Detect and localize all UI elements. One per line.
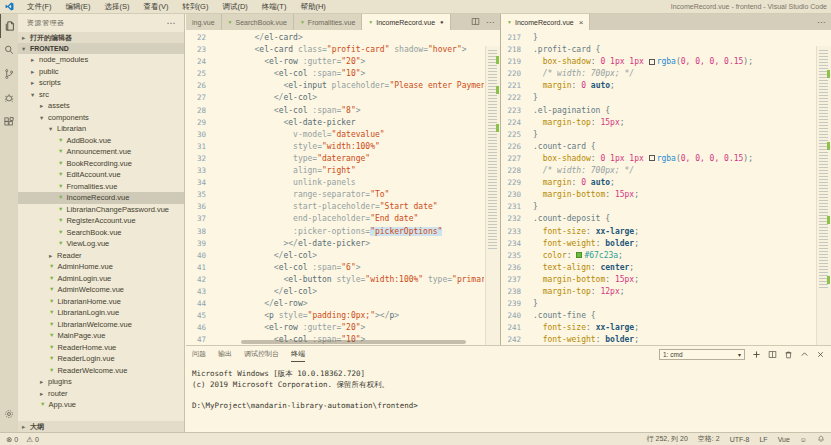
modified-dot-icon[interactable]: ● [440, 19, 444, 25]
new-terminal-icon[interactable] [752, 350, 761, 359]
tree-item-public[interactable]: ▸public [18, 66, 184, 78]
indent-setting[interactable]: 空格: 2 [698, 434, 720, 444]
tab-Fromalities.vue[interactable]: ▼Fromalities.vue [294, 14, 362, 30]
vue-file-icon: ▼ [507, 19, 512, 25]
tree-item-ReaderWelcome.vue[interactable]: ▼ReaderWelcome.vue [18, 365, 184, 377]
menu-item[interactable]: 终端(T) [255, 0, 294, 14]
tree-item-label: node_modules [39, 54, 88, 66]
code-editor-right[interactable]: 2172182192202212222232242252262272282292… [501, 30, 831, 345]
minimap[interactable] [485, 46, 500, 345]
tree-item-scripts[interactable]: ▸scripts [18, 77, 184, 89]
menu-item[interactable]: 查看(V) [137, 0, 176, 14]
extensions-icon[interactable] [0, 110, 18, 134]
tree-item-LibrarianHome.vue[interactable]: ▼LibrarianHome.vue [18, 296, 184, 308]
panel-tab-调试控制台[interactable]: 调试控制台 [244, 346, 279, 362]
tree-item-AdminLogin.vue[interactable]: ▼AdminLogin.vue [18, 273, 184, 285]
more-actions-icon[interactable]: ⋯ [814, 18, 828, 27]
tab-label: ing.vue [192, 19, 215, 26]
maximize-panel-icon[interactable] [800, 350, 809, 359]
tab-SearchBook.vue[interactable]: ▼SearchBook.vue [222, 14, 294, 30]
tree-item-Fromalities.vue[interactable]: ▼Fromalities.vue [18, 181, 184, 193]
settings-gear-icon[interactable] [0, 402, 18, 426]
panel-tab-终端[interactable]: 终端 [291, 346, 305, 362]
split-terminal-icon[interactable] [768, 350, 777, 359]
tree-item-plugins[interactable]: ▸plugins [18, 376, 184, 388]
tree-item-label: plugins [48, 376, 72, 388]
tree-item-AddBook.vue[interactable]: ▼AddBook.vue [18, 135, 184, 147]
panel-tab-问题[interactable]: 问题 [192, 346, 206, 362]
tree-item-LibrarianLogin.vue[interactable]: ▼LibrarianLogin.vue [18, 307, 184, 319]
code-editor-left[interactable]: 2223242526272829303132333435363738394041… [186, 30, 500, 345]
tree-item-App.vue[interactable]: ▼App.vue [18, 399, 184, 411]
tab-ing.vue[interactable]: ing.vue [186, 14, 222, 30]
feedback-smiley-icon[interactable]: ☺ [800, 436, 807, 443]
minimap[interactable] [816, 46, 831, 345]
tree-item-AdminWelcome.vue[interactable]: ▼AdminWelcome.vue [18, 284, 184, 296]
vue-file-icon: ▼ [58, 226, 63, 238]
tab-IncomeRecord.vue[interactable]: ▼IncomeRecord.vue● [362, 14, 450, 30]
chevron-right-icon: ▸ [31, 77, 39, 89]
tree-item-SearchBook.vue[interactable]: ▼SearchBook.vue [18, 227, 184, 239]
menu-item[interactable]: 文件(F) [20, 0, 59, 14]
panel-tab-输出[interactable]: 输出 [218, 346, 232, 362]
tree-item-ReaderHome.vue[interactable]: ▼ReaderHome.vue [18, 342, 184, 354]
terminal-shell-select[interactable]: 1: cmd ▾ [659, 349, 745, 360]
horizontal-scrollbar[interactable] [241, 340, 466, 344]
tree-item-label: ReaderHome.vue [57, 342, 116, 354]
tree-item-label: SearchBook.vue [66, 227, 121, 239]
tree-item-label: public [39, 66, 59, 78]
debug-icon[interactable] [0, 86, 18, 110]
file-tree: ▸node_modules▸public▸scripts▾src▸assets▾… [18, 54, 184, 421]
tree-item-Librarian[interactable]: ▾Librarian [18, 123, 184, 135]
notifications-bell-icon[interactable] [817, 435, 825, 443]
tree-item-LibrarianChangePassword.vue[interactable]: ▼LibrarianChangePassword.vue [18, 204, 184, 216]
vue-file-icon: ▼ [368, 19, 373, 25]
cursor-position[interactable]: 行 252, 列 20 [647, 434, 688, 444]
terminal-output[interactable]: Microsoft Windows [版本 10.0.18362.720](c)… [186, 362, 831, 411]
tree-item-components[interactable]: ▾components [18, 112, 184, 124]
split-editor-icon[interactable] [468, 17, 483, 28]
tree-item-LibrarianWelcome.vue[interactable]: ▼LibrarianWelcome.vue [18, 319, 184, 331]
warning-count[interactable]: ⚠0 [26, 435, 39, 444]
source-control-icon[interactable] [0, 62, 18, 86]
tree-item-EditAccount.vue[interactable]: ▼EditAccount.vue [18, 169, 184, 181]
tree-item-MainPage.vue[interactable]: ▼MainPage.vue [18, 330, 184, 342]
explorer-icon[interactable] [0, 14, 18, 38]
kill-terminal-icon[interactable] [784, 350, 793, 359]
error-count[interactable]: ⊗0 [6, 435, 18, 444]
encoding[interactable]: UTF-8 [730, 436, 750, 443]
tree-item-IncomeRecord.vue[interactable]: ▼IncomeRecord.vue [18, 192, 184, 204]
tree-item-ReaderLogin.vue[interactable]: ▼ReaderLogin.vue [18, 353, 184, 365]
close-panel-icon[interactable] [816, 350, 825, 359]
sidebar-more-actions-icon[interactable]: ⋯ [167, 14, 177, 32]
more-actions-icon[interactable]: ⋯ [483, 18, 497, 27]
menu-item[interactable]: 转到(G) [176, 0, 216, 14]
color-swatch-rgba [649, 155, 655, 161]
workspace-root-header[interactable]: ▾FRONTEND [18, 43, 184, 54]
vue-file-icon: ▼ [300, 19, 305, 25]
open-editors-header[interactable]: ▸打开的编辑器 [18, 32, 184, 43]
menu-item[interactable]: 选择(S) [98, 0, 137, 14]
language-mode[interactable]: Vue [778, 436, 790, 443]
code-content: </el-card> <el-card class="profit-card" … [216, 32, 484, 345]
tree-item-Announcement.vue[interactable]: ▼Announcement.vue [18, 146, 184, 158]
tree-item-assets[interactable]: ▸assets [18, 100, 184, 112]
vue-file-icon: ▼ [49, 330, 54, 342]
tree-item-AdminHome.vue[interactable]: ▼AdminHome.vue [18, 261, 184, 273]
sidebar-title: 资源管理器 ⋯ [18, 14, 184, 32]
tree-item-BookRecording.vue[interactable]: ▼BookRecording.vue [18, 158, 184, 170]
tree-item-Reader[interactable]: ▸Reader [18, 250, 184, 262]
tree-item-router[interactable]: ▸router [18, 388, 184, 400]
tree-item-ViewLog.vue[interactable]: ▼ViewLog.vue [18, 238, 184, 250]
menu-item[interactable]: 调试(D) [215, 0, 254, 14]
search-icon[interactable] [0, 38, 18, 62]
tree-item-node_modules[interactable]: ▸node_modules [18, 54, 184, 66]
menu-item[interactable]: 帮助(H) [293, 0, 332, 14]
tree-item-src[interactable]: ▾src [18, 89, 184, 101]
tab-IncomeRecord.vue[interactable]: ▼IncomeRecord.vue× [501, 14, 590, 30]
tree-item-RegisterAccount.vue[interactable]: ▼RegisterAccount.vue [18, 215, 184, 227]
close-tab-icon[interactable]: × [579, 18, 584, 27]
menu-item[interactable]: 编辑(E) [59, 0, 98, 14]
eol-setting[interactable]: LF [759, 436, 767, 443]
outline-header[interactable]: ▸大纲 [18, 421, 184, 432]
